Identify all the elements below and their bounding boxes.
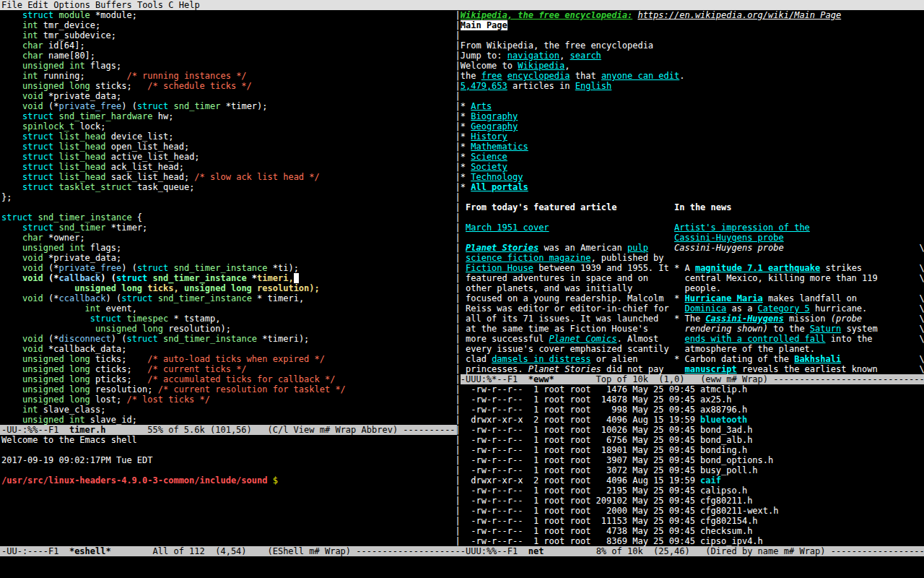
link-history[interactable]: History [471,131,507,142]
text-segment: *private_data; [43,91,121,101]
link-all-portals[interactable]: All portals [471,182,528,192]
dired-file-name[interactable]: bond_options.h [700,455,773,465]
text-segment: 8% of 10k (25,46) [596,546,690,556]
menu-item-file[interactable]: File [1,0,22,10]
link-free[interactable]: free [481,71,502,81]
link-saturn[interactable]: Saturn [810,324,841,334]
link-damsels-in-distress[interactable]: damsels in distress [492,354,590,364]
link-artists-impression[interactable]: Artist's impression of the [674,223,810,233]
window-eww-buffer-line-5: Welcome to Wikipedia, [461,61,924,71]
line-wrap-indicator: \ [920,243,924,253]
dired-file-name[interactable]: calipso.h [700,486,747,496]
window-eshell-buffer[interactable]: Welcome to the Emacs shell2017-09-19 09:… [1,435,456,546]
text-segment: flags; [85,61,122,71]
window-divider-glyph: | [456,30,461,40]
window-eww-buffer-line-19: From today's featured article In the new… [461,202,924,212]
text-segment [1,91,22,101]
text-segment: *timer; [106,223,148,233]
shell-prompt-symbol: $ [267,475,277,486]
link-earthquake[interactable]: magnitude 7.1 earthquake [695,263,820,273]
menu-item-buffers[interactable]: Buffers [95,0,132,10]
menu-item-options[interactable]: Options [53,0,90,10]
menu-item-c[interactable]: C [168,0,173,10]
link-cassini-huygens[interactable]: Cassini-Huygens [705,314,783,324]
menu-item-help[interactable]: Help [179,0,200,10]
window-timer-h-buffer-line-24: unsigned int flags; [1,243,456,253]
window-timer-h-buffer-line-41: unsigned int slave_id; [1,415,456,425]
link-hurricane-maria[interactable]: Hurricane Maria [684,293,762,303]
text-segment: snd_timer_hardware [59,111,153,121]
link-bakhshali-manuscript[interactable]: manuscript [684,364,736,374]
link-search[interactable]: search [570,51,601,61]
link-technology[interactable]: Technology [471,172,523,182]
text-segment: * A [674,263,695,273]
text-segment: struct [22,172,53,182]
menu-item-edit[interactable]: Edit [27,0,48,10]
dired-directory-name[interactable]: bluetooth [700,415,747,425]
dired-file-name[interactable]: atmclip.h [700,384,747,394]
link-pulp-magazine[interactable]: pulp [627,243,648,253]
text-segment: the [461,71,481,81]
text-segment [1,364,22,374]
link-controlled-fall[interactable]: ends with a controlled fall [684,334,825,344]
text-segment: drwxr-xr-x 2 root root 4096 Aug 15 19:59 [461,475,700,486]
menu-bar[interactable]: File Edit Options Buffers Tools C Help [0,0,924,10]
dired-file-name[interactable]: checksum.h [700,526,752,536]
window-eshell-buffer-line-3: 2017-09-19 09:02:17PM Tue EDT [1,455,456,465]
link-biography[interactable]: Biography [471,111,518,121]
link-science-fiction-magazine[interactable]: science fiction magazine [466,253,590,263]
dired-file-name[interactable]: ax25.h [700,394,731,405]
link-dominica[interactable]: Dominica [684,303,726,314]
window-eww-buffer[interactable]: Main PageFrom Wikipedia, the free encycl… [461,20,924,374]
link-geography[interactable]: Geography [471,121,518,131]
text-segment [1,223,22,233]
window-eshell-buffer-line-8 [1,506,456,516]
link-fiction-house[interactable]: Fiction House [466,263,533,273]
link-navigation[interactable]: navigation [507,51,559,61]
text-segment: (* [43,334,59,344]
text-segment [1,324,95,334]
link-planet-stories[interactable]: Planet Stories [466,243,539,253]
text-segment: struct [22,152,53,162]
dired-file-name[interactable]: busy_poll.h [700,465,757,475]
text-segment [179,283,184,293]
text-segment: void [22,293,43,303]
dired-file-name[interactable]: bond_3ad.h [700,425,752,435]
dired-file-name[interactable]: ax88796.h [700,405,747,415]
window-timer-h-buffer[interactable]: struct module *module; int tmr_device; i… [1,10,456,425]
link-planet-comics[interactable]: Planet Comics [549,334,617,344]
dired-file-name[interactable]: cfg802154.h [700,516,757,526]
link-encyclopedia[interactable]: encyclopedia [507,71,570,81]
window-divider-glyph: | [456,374,461,384]
link-category-5[interactable]: Category 5 [758,303,810,314]
text-segment: sticks; [90,81,147,91]
link-bakhshali-manuscript[interactable]: Bakhshali [794,354,841,364]
window-eww-buffer-line-20 [461,212,924,223]
dired-file-name[interactable]: bonding.h [700,445,747,455]
link-arts[interactable]: Arts [471,101,492,111]
text-segment: struct [116,273,147,283]
dired-file-name[interactable]: cipso_ipv4.h [700,536,763,546]
link-mathematics[interactable]: Mathematics [471,142,528,152]
window-timer-h-buffer-line-25: void *private_data; [1,253,456,263]
menu-item-tools[interactable]: Tools [137,0,163,10]
text-segment: int [22,30,38,40]
link-science[interactable]: Science [471,152,507,162]
text-segment: * [461,162,471,172]
text-segment: (EShell m# Wrap) [267,546,351,556]
dired-file-name[interactable]: bond_alb.h [700,435,752,445]
link-article-count[interactable]: 5,479,653 [461,81,507,91]
link-wikipedia[interactable]: Wikipedia [518,61,565,71]
link-march-1951-cover[interactable]: March 1951 cover [466,223,549,233]
dired-file-name[interactable]: cfg80211.h [700,496,752,506]
link-society[interactable]: Society [471,162,507,172]
window-divider-glyph: | [456,415,461,425]
link-anyone-can-edit[interactable]: anyone can edit [601,71,679,81]
link-artists-impression[interactable]: Cassini-Huygens probe [674,233,784,243]
window-dired-buffer[interactable]: -rw-r--r-- 1 root root 1476 May 25 09:45… [461,384,924,546]
text-segment: unsigned long [22,394,90,405]
dired-file-name[interactable]: cfg80211-wext.h [700,506,778,516]
eww-page-url[interactable]: https://en.wikipedia.org/wiki/Main Page [637,10,841,20]
link-english[interactable]: English [575,81,612,91]
dired-directory-name[interactable]: caif [700,475,721,486]
